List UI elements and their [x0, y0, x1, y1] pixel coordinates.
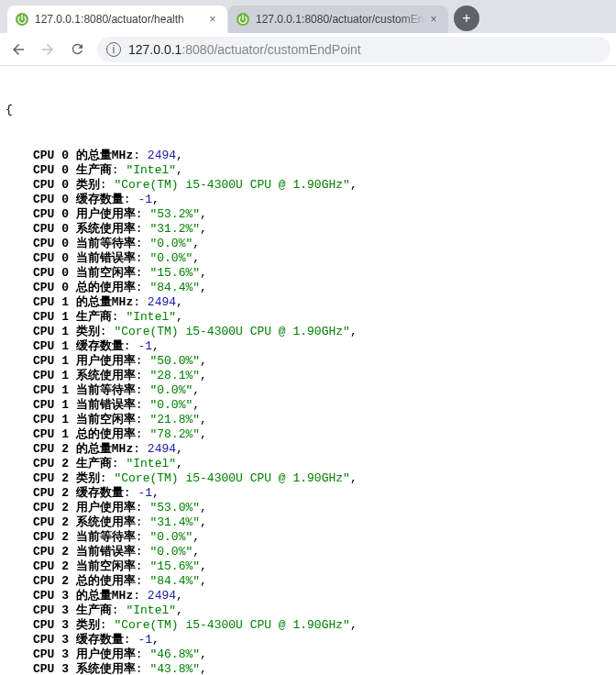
json-entry: CPU 2 的总量MHz: 2494, — [6, 442, 610, 457]
json-value: "Intel" — [126, 310, 176, 324]
json-entry: CPU 2 当前空闲率: "15.6%", — [6, 559, 610, 574]
json-key: CPU 1 当前等待率 — [33, 383, 136, 397]
back-button[interactable] — [6, 37, 31, 62]
json-key: CPU 1 系统使用率 — [33, 369, 136, 382]
json-entry: CPU 2 生产商: "Intel", — [6, 457, 610, 471]
json-value: -1 — [138, 193, 152, 206]
json-value: "50.0%" — [149, 354, 200, 368]
json-value: 2494 — [148, 149, 176, 162]
json-value: "53.2%" — [149, 207, 200, 221]
json-entry: CPU 0 类别: "Core(TM) i5-4300U CPU @ 1.90G… — [6, 178, 610, 193]
json-key: CPU 0 系统使用率 — [33, 222, 136, 236]
json-entry: CPU 1 生产商: "Intel", — [6, 310, 610, 325]
json-key: CPU 2 总的使用率 — [33, 574, 136, 588]
json-value: "31.4%" — [149, 515, 200, 529]
spring-boot-icon — [15, 12, 29, 27]
json-entry: CPU 3 用户使用率: "46.8%", — [6, 647, 610, 662]
address-path: :8080/actuator/customEndPoint — [182, 42, 360, 57]
json-value: "0.0%" — [149, 237, 192, 250]
json-key: CPU 0 类别 — [33, 178, 100, 192]
json-value: "0.0%" — [149, 251, 192, 265]
browser-chrome: 127.0.0.1:8080/actuator/health × 127.0.0… — [0, 0, 616, 66]
json-key: CPU 0 缓存数量 — [33, 193, 124, 206]
json-entry: CPU 2 系统使用率: "31.4%", — [6, 515, 610, 530]
json-entry: CPU 1 的总量MHz: 2494, — [6, 295, 610, 310]
json-key: CPU 1 生产商 — [33, 310, 112, 324]
json-entry: CPU 1 当前错误率: "0.0%", — [6, 398, 610, 413]
tab-title: 127.0.0.1:8080/actuator/customEndPoint — [256, 13, 426, 26]
tab-title: 127.0.0.1:8080/actuator/health — [35, 13, 205, 26]
json-open-brace: { — [6, 103, 610, 117]
json-key: CPU 2 当前等待率 — [33, 530, 136, 544]
json-key: CPU 2 用户使用率 — [33, 501, 136, 515]
json-key: CPU 3 类别 — [33, 618, 100, 632]
browser-tab-2[interactable]: 127.0.0.1:8080/actuator/customEndPoint × — [228, 6, 448, 33]
json-key: CPU 0 用户使用率 — [33, 207, 136, 221]
json-value: "Intel" — [126, 457, 176, 470]
tab-bar: 127.0.0.1:8080/actuator/health × 127.0.0… — [0, 0, 616, 33]
json-value: 2494 — [148, 295, 176, 309]
json-value: "Core(TM) i5-4300U CPU @ 1.90GHz" — [114, 325, 349, 338]
json-entry: CPU 3 生产商: "Intel", — [6, 603, 610, 618]
json-entry: CPU 2 当前等待率: "0.0%", — [6, 530, 610, 545]
json-key: CPU 0 生产商 — [33, 163, 112, 177]
json-value: "15.6%" — [149, 266, 200, 280]
json-key: CPU 3 系统使用率 — [33, 662, 136, 675]
json-key: CPU 2 当前错误率 — [33, 545, 136, 559]
json-value: "0.0%" — [149, 398, 192, 412]
json-value: "0.0%" — [149, 383, 192, 397]
json-key: CPU 1 类别 — [33, 325, 100, 338]
forward-button[interactable] — [35, 37, 60, 62]
json-entry: CPU 0 生产商: "Intel", — [6, 163, 610, 178]
reload-button[interactable] — [64, 37, 90, 62]
json-value: "15.6%" — [149, 559, 200, 573]
json-key: CPU 2 的总量MHz — [33, 442, 133, 456]
json-value: "Core(TM) i5-4300U CPU @ 1.90GHz" — [114, 178, 349, 192]
json-value: "78.2%" — [149, 427, 200, 441]
json-value: "84.4%" — [149, 574, 200, 588]
spring-boot-icon — [236, 12, 250, 27]
json-entry: CPU 0 缓存数量: -1, — [6, 193, 610, 207]
json-entry: CPU 3 的总量MHz: 2494, — [6, 589, 610, 603]
json-entry: CPU 1 当前空闲率: "21.8%", — [6, 413, 610, 427]
json-key: CPU 2 系统使用率 — [33, 515, 136, 529]
json-value: "Core(TM) i5-4300U CPU @ 1.90GHz" — [114, 618, 349, 632]
json-entry: CPU 0 当前错误率: "0.0%", — [6, 251, 610, 266]
close-icon[interactable]: × — [426, 12, 441, 27]
json-entry: CPU 1 缓存数量: -1, — [6, 339, 610, 354]
json-value: "Core(TM) i5-4300U CPU @ 1.90GHz" — [114, 471, 349, 485]
json-value: "0.0%" — [149, 530, 192, 544]
json-key: CPU 1 的总量MHz — [33, 295, 133, 309]
json-entry: CPU 3 类别: "Core(TM) i5-4300U CPU @ 1.90G… — [6, 618, 610, 633]
json-key: CPU 0 总的使用率 — [33, 281, 136, 294]
plus-icon: + — [462, 10, 470, 27]
json-entry: CPU 2 缓存数量: -1, — [6, 486, 610, 501]
json-value: "53.0%" — [149, 501, 200, 515]
site-info-icon[interactable]: i — [106, 42, 121, 57]
json-entry: CPU 1 当前等待率: "0.0%", — [6, 383, 610, 398]
close-icon[interactable]: × — [205, 12, 220, 27]
json-value: -1 — [138, 633, 152, 647]
json-entry: CPU 0 的总量MHz: 2494, — [6, 149, 610, 163]
json-value: "43.8%" — [149, 662, 200, 675]
json-value: "84.4%" — [149, 281, 200, 294]
json-key: CPU 0 当前等待率 — [33, 237, 136, 250]
new-tab-button[interactable]: + — [454, 6, 479, 31]
json-entry: CPU 2 类别: "Core(TM) i5-4300U CPU @ 1.90G… — [6, 471, 610, 486]
address-bar[interactable]: i 127.0.0.1:8080/actuator/customEndPoint — [97, 37, 610, 62]
json-key: CPU 0 的总量MHz — [33, 149, 133, 162]
json-key: CPU 0 当前空闲率 — [33, 266, 136, 280]
json-key: CPU 3 的总量MHz — [33, 589, 133, 603]
json-entry: CPU 1 系统使用率: "28.1%", — [6, 369, 610, 383]
json-key: CPU 2 当前空闲率 — [33, 559, 136, 573]
json-entry: CPU 0 当前等待率: "0.0%", — [6, 237, 610, 251]
json-entry: CPU 1 用户使用率: "50.0%", — [6, 354, 610, 369]
json-entry: CPU 2 总的使用率: "84.4%", — [6, 574, 610, 589]
json-value: -1 — [138, 339, 152, 353]
json-key: CPU 1 缓存数量 — [33, 339, 124, 353]
json-key: CPU 3 缓存数量 — [33, 633, 124, 647]
json-value: "21.8%" — [149, 413, 200, 426]
browser-tab-1[interactable]: 127.0.0.1:8080/actuator/health × — [7, 6, 227, 33]
json-key: CPU 1 用户使用率 — [33, 354, 136, 368]
json-key: CPU 1 总的使用率 — [33, 427, 136, 441]
